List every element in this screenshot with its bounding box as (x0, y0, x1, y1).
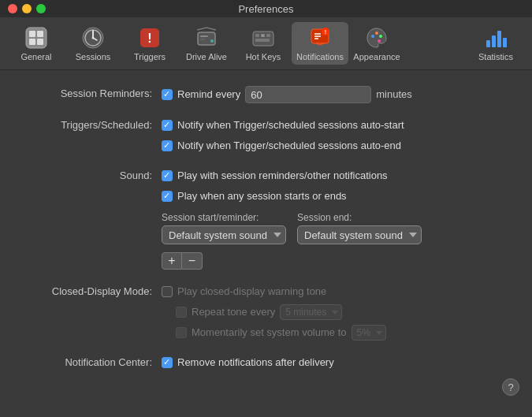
sound-label: Sound: (24, 168, 162, 184)
statistics-icon (483, 25, 508, 50)
plus-minus-controls: + − (162, 252, 422, 270)
add-sound-button[interactable]: + (162, 252, 182, 270)
toolbar: General Sessions ! Triggers (0, 17, 532, 70)
toolbar-item-drive-alive[interactable]: Drive Alive (178, 22, 235, 65)
volume-dropdown: 5% (352, 325, 386, 341)
hot-keys-icon: ⌘ (251, 25, 276, 50)
session-start-group: Session start/reminder: Default system s… (162, 212, 286, 244)
notify-autoend-checkbox[interactable] (162, 140, 173, 151)
svg-rect-33 (486, 40, 490, 47)
svg-point-31 (379, 35, 382, 38)
notify-autoend-label: Notify when Trigger/scheduled sessions a… (177, 138, 401, 154)
svg-text:⌘: ⌘ (261, 33, 265, 38)
svg-rect-36 (503, 38, 507, 47)
minutes-label: minutes (376, 87, 412, 102)
triggers-scheduled-row: Triggers/Scheduled: Notify when Trigger/… (24, 117, 508, 154)
minimize-button[interactable] (22, 4, 32, 13)
svg-rect-0 (26, 28, 47, 48)
play-tone-label: Play closed-display warning tone (177, 284, 326, 300)
repeat-interval-dropdown: 5 minutes (280, 304, 342, 320)
svg-rect-2 (37, 31, 43, 37)
svg-rect-17 (255, 34, 259, 37)
play-reminders-label: Play with session reminders/other notifi… (177, 168, 388, 184)
remove-notifications-label: Remove notifications after delivery (177, 355, 334, 370)
triggers-label: Triggers/Scheduled: (24, 117, 162, 133)
closed-display-row: Closed-Display Mode: Play closed-display… (24, 284, 508, 341)
triggers-label: Triggers (134, 52, 166, 61)
svg-rect-20 (255, 39, 270, 42)
svg-rect-14 (200, 35, 208, 37)
toolbar-item-statistics[interactable]: Statistics (467, 22, 524, 65)
appearance-icon (364, 25, 389, 50)
toolbar-item-hot-keys[interactable]: ⌘ Hot Keys (235, 22, 292, 65)
session-reminders-row: Session Reminders: Remind every minutes (24, 86, 508, 103)
session-end-label: Session end: (297, 212, 422, 223)
notify-autostart-label: Notify when Trigger/scheduled sessions a… (177, 117, 404, 133)
toolbar-item-triggers[interactable]: ! Triggers (121, 22, 178, 65)
notification-center-row: Notification Center: Remove notification… (24, 355, 508, 370)
notify-autostart-checkbox[interactable] (162, 120, 173, 131)
help-button[interactable]: ? (502, 378, 519, 396)
general-label: General (20, 52, 51, 61)
set-volume-checkbox (176, 327, 187, 338)
session-reminders-checkbox[interactable] (162, 89, 173, 100)
session-reminders-label: Session Reminders: (24, 86, 162, 102)
drive-alive-icon (194, 25, 219, 50)
play-session-checkbox[interactable] (162, 191, 173, 202)
maximize-button[interactable] (36, 4, 46, 13)
svg-rect-12 (198, 32, 215, 45)
play-reminders-checkbox[interactable] (162, 170, 173, 181)
notification-center-label: Notification Center: (24, 355, 162, 370)
svg-rect-19 (266, 34, 270, 37)
toolbar-item-general[interactable]: General (8, 22, 65, 65)
session-start-label: Session start/reminder: (162, 212, 286, 223)
play-session-label: Play when any session starts or ends (177, 188, 347, 204)
drive-alive-label: Drive Alive (186, 52, 227, 61)
appearance-label: Appearance (353, 52, 400, 61)
remove-sound-button[interactable]: − (182, 252, 203, 270)
triggers-icon: ! (137, 25, 162, 50)
svg-point-13 (210, 39, 214, 43)
svg-rect-4 (37, 39, 43, 45)
hot-keys-label: Hot Keys (246, 52, 281, 61)
title-bar: Preferences (0, 0, 532, 17)
session-end-dropdown[interactable]: Default system sound (297, 225, 422, 244)
svg-point-29 (371, 35, 374, 38)
window-title: Preferences (238, 3, 293, 15)
svg-rect-15 (200, 39, 205, 40)
sessions-label: Sessions (76, 52, 111, 61)
statistics-label: Statistics (478, 52, 513, 61)
svg-rect-3 (29, 39, 35, 45)
notifications-label: Notifications (296, 52, 344, 61)
main-content: Session Reminders: Remind every minutes … (0, 70, 532, 407)
notifications-icon: ! (307, 25, 333, 50)
window-controls (8, 4, 46, 13)
general-icon (24, 25, 49, 50)
play-tone-checkbox[interactable] (162, 286, 173, 297)
closed-display-label: Closed-Display Mode: (24, 284, 162, 300)
set-volume-label: Momentarily set system volume to (192, 325, 347, 341)
remind-every-text: Remind every (177, 87, 240, 102)
toolbar-item-sessions[interactable]: Sessions (65, 22, 121, 65)
repeat-tone-label: Repeat tone every (192, 304, 275, 320)
svg-rect-34 (492, 35, 496, 47)
svg-marker-23 (316, 43, 324, 45)
repeat-tone-checkbox (176, 307, 187, 318)
toolbar-item-notifications[interactable]: ! Notifications (292, 22, 348, 65)
sessions-icon (80, 25, 106, 50)
svg-text:!: ! (147, 32, 151, 45)
svg-text:!: ! (325, 29, 326, 35)
svg-rect-35 (497, 31, 501, 47)
svg-point-32 (378, 39, 381, 43)
toolbar-item-appearance[interactable]: Appearance (348, 22, 405, 65)
remind-every-input[interactable] (245, 86, 371, 103)
svg-rect-1 (29, 31, 35, 37)
svg-point-30 (375, 32, 378, 35)
remove-notifications-checkbox[interactable] (162, 357, 173, 368)
session-end-group: Session end: Default system sound (297, 212, 422, 244)
sound-row: Sound: Play with session reminders/other… (24, 168, 508, 270)
close-button[interactable] (8, 4, 17, 13)
session-start-dropdown[interactable]: Default system sound (162, 225, 286, 244)
svg-point-9 (92, 37, 95, 39)
